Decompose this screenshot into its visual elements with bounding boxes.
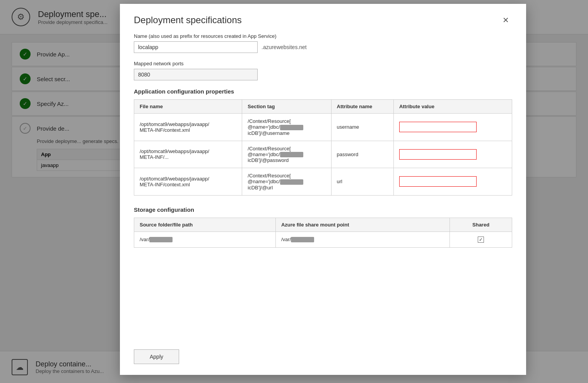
redacted-3: [280, 179, 303, 185]
name-input[interactable]: [134, 41, 258, 53]
redacted-1: [280, 125, 303, 130]
storage-shared-cell: ✓: [450, 232, 512, 247]
storage-config-section-title: Storage configuration: [134, 206, 512, 213]
config-row-password-attrname: password: [331, 141, 393, 168]
source-redacted: [149, 237, 173, 242]
name-field-label: Name (also used as prefix for resources …: [134, 33, 512, 39]
col-filename: File name: [134, 100, 242, 114]
config-row-password-filename: /opt/tomcat9/webapps/javaapp/META-INF/..…: [134, 141, 242, 168]
redacted-2: [280, 152, 303, 157]
app-config-section-title: Application configuration properties: [134, 88, 512, 95]
deployment-specs-modal: Deployment specifications ✕ Name (also u…: [120, 4, 526, 375]
shared-checkbox[interactable]: ✓: [478, 237, 484, 243]
modal-footer: Apply: [120, 343, 526, 375]
storage-mount-point: /var/: [275, 232, 450, 247]
apply-button[interactable]: Apply: [134, 349, 179, 364]
storage-row-1: /var/ /var/ ✓: [134, 232, 512, 247]
storage-source-path: /var/: [134, 232, 276, 247]
ports-field-row: [134, 69, 512, 80]
config-row-url: /opt/tomcat9/webapps/javaapp/META-INF/co…: [134, 168, 512, 196]
config-row-url-attrvalue: [393, 168, 512, 196]
modal-close-button[interactable]: ✕: [499, 15, 512, 26]
username-value-input[interactable]: [399, 122, 477, 132]
storage-config-table: Source folder/file path Azure file share…: [134, 218, 512, 248]
config-row-password-section: /Context/Resource[ @name='jdbc/ icDB']/@…: [242, 141, 331, 168]
config-row-url-section: /Context/Resource[ @name='jdbc/ icDB']/@…: [242, 168, 331, 196]
password-value-input[interactable]: [399, 149, 477, 160]
modal-title: Deployment specifications: [134, 15, 242, 26]
config-row-password-attrvalue: [393, 141, 512, 168]
app-config-table: File name Section tag Attribute name Att…: [134, 99, 512, 196]
config-row-username-attrname: username: [331, 114, 393, 141]
config-row-password: /opt/tomcat9/webapps/javaapp/META-INF/..…: [134, 141, 512, 168]
config-row-username-section: /Context/Resource[ @name='jdbc/ icDB']/@…: [242, 114, 331, 141]
modal-header: Deployment specifications ✕: [120, 4, 526, 33]
config-row-username-filename: /opt/tomcat9/webapps/javaapp/META-INF/co…: [134, 114, 242, 141]
config-row-username-attrvalue: [393, 114, 512, 141]
mount-redacted: [291, 237, 314, 242]
col-attrvalue: Attribute value: [393, 100, 512, 114]
url-value-input[interactable]: [399, 176, 477, 187]
modal-body: Name (also used as prefix for resources …: [120, 33, 526, 343]
col-attrname: Attribute name: [331, 100, 393, 114]
ports-input[interactable]: [134, 69, 258, 80]
config-row-url-attrname: url: [331, 168, 393, 196]
col-sectiontag: Section tag: [242, 100, 331, 114]
storage-col-shared: Shared: [450, 218, 512, 232]
config-row-url-filename: /opt/tomcat9/webapps/javaapp/META-INF/co…: [134, 168, 242, 196]
config-row-username: /opt/tomcat9/webapps/javaapp/META-INF/co…: [134, 114, 512, 141]
domain-suffix: .azurewebsites.net: [262, 44, 307, 50]
storage-col-mount: Azure file share mount point: [275, 218, 450, 232]
name-field-row: .azurewebsites.net: [134, 41, 512, 53]
storage-col-source: Source folder/file path: [134, 218, 276, 232]
ports-field-label: Mapped network ports: [134, 61, 512, 66]
